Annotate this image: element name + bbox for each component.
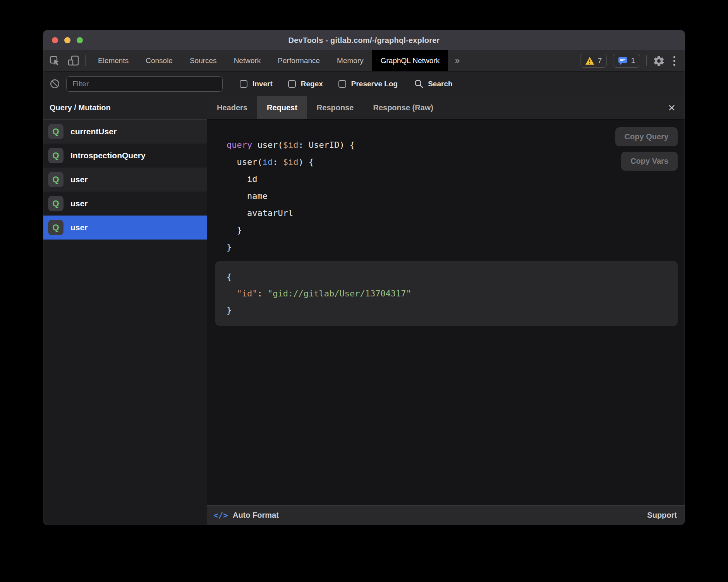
vars-line: {	[227, 269, 678, 285]
warnings-badge[interactable]: 7	[580, 54, 607, 68]
tab-performance[interactable]: Performance	[269, 50, 328, 71]
main-split: Query / Mutation QcurrentUserQIntrospect…	[43, 96, 685, 525]
copy-query-button[interactable]: Copy Query	[615, 127, 678, 146]
title-bar: DevTools - gitlab.com/-/graphql-explorer	[43, 30, 685, 50]
detail-tab-response-raw[interactable]: Response (Raw)	[363, 96, 443, 119]
query-list-header: Query / Mutation	[43, 96, 207, 120]
device-toolbar-icon[interactable]	[68, 55, 80, 66]
query-list-item[interactable]: QIntrospectionQuery	[43, 144, 207, 168]
tab-elements[interactable]: Elements	[89, 50, 137, 71]
query-type-badge: Q	[48, 148, 64, 163]
code-token: }	[227, 225, 242, 235]
checkbox-label-preserve-log: Preserve Log	[351, 80, 398, 88]
auto-format-button[interactable]: </> Auto Format	[213, 511, 279, 520]
code-token: user(	[257, 140, 283, 150]
inspect-element-icon[interactable]	[50, 56, 60, 66]
code-line: }	[227, 222, 678, 239]
clear-filter-icon[interactable]	[50, 79, 60, 89]
search-control[interactable]: Search	[414, 79, 452, 89]
close-window-button[interactable]	[52, 37, 58, 43]
query-list-header-label: Query / Mutation	[50, 103, 111, 112]
checkbox-box-invert[interactable]	[240, 80, 247, 88]
code-token: id	[227, 174, 257, 184]
filter-bar: InvertRegexPreserve Log Search	[43, 71, 685, 96]
query-list-item[interactable]: Quser	[43, 168, 207, 192]
checkbox-regex[interactable]: Regex	[288, 80, 323, 88]
code-token: id	[263, 157, 273, 167]
tab-network[interactable]: Network	[225, 50, 270, 71]
warning-icon	[585, 56, 594, 65]
code-token: "gid://gitlab/User/13704317"	[268, 289, 411, 298]
warnings-count: 7	[598, 56, 602, 65]
search-label: Search	[428, 80, 452, 88]
issues-badge[interactable]: 1	[613, 54, 640, 68]
query-name: IntrospectionQuery	[70, 151, 146, 160]
query-type-badge: Q	[48, 172, 64, 187]
code-token: :	[273, 157, 283, 167]
tabbar-right-controls: 7 1	[580, 50, 685, 71]
code-token: $id	[283, 140, 299, 150]
code-line: id	[227, 171, 678, 188]
vars-line: "id": "gid://gitlab/User/13704317"	[227, 285, 678, 302]
code-token: user(	[227, 157, 263, 167]
request-detail-panel: HeadersRequestResponseResponse (Raw) × q…	[207, 96, 685, 525]
query-name: currentUser	[70, 127, 117, 136]
code-brackets-icon: </>	[213, 511, 228, 520]
code-token: }	[227, 305, 232, 315]
issues-chat-icon	[618, 56, 627, 65]
code-token: $id	[283, 157, 299, 167]
query-list-item[interactable]: Quser	[43, 216, 207, 240]
more-tabs-button[interactable]: »	[448, 50, 467, 71]
toolbar-divider	[85, 55, 86, 66]
code-line: name	[227, 188, 678, 205]
close-detail-icon[interactable]: ×	[668, 101, 685, 114]
badge-divider	[646, 55, 647, 66]
settings-gear-icon[interactable]	[653, 55, 665, 67]
copy-vars-button[interactable]: Copy Vars	[621, 152, 678, 171]
code-token: name	[227, 191, 268, 201]
detail-footer: </> Auto Format Support	[207, 505, 685, 525]
query-list-empty-area	[43, 240, 207, 525]
detail-tab-response[interactable]: Response	[307, 96, 364, 119]
tab-memory[interactable]: Memory	[328, 50, 372, 71]
support-link[interactable]: Support	[647, 511, 677, 520]
code-line: }	[227, 239, 678, 256]
devtools-tab-bar: ElementsConsoleSourcesNetworkPerformance…	[43, 50, 685, 71]
toolbar-icons	[43, 50, 85, 71]
issues-count: 1	[631, 56, 635, 65]
checkbox-preserve-log[interactable]: Preserve Log	[338, 80, 398, 88]
query-list-item[interactable]: QcurrentUser	[43, 120, 207, 144]
code-token	[227, 289, 237, 298]
checkbox-invert[interactable]: Invert	[240, 80, 273, 88]
tab-console[interactable]: Console	[137, 50, 181, 71]
code-token: : UserID) {	[298, 140, 355, 150]
traffic-lights	[52, 30, 83, 50]
detail-tab-request[interactable]: Request	[257, 96, 307, 119]
code-token: "id"	[237, 289, 258, 298]
code-token: {	[227, 272, 232, 282]
tab-sources[interactable]: Sources	[181, 50, 225, 71]
tab-graphql-network[interactable]: GraphQL Network	[372, 50, 448, 71]
search-icon	[414, 79, 424, 89]
code-line: user(id: $id) {	[227, 154, 678, 171]
detail-tab-bar: HeadersRequestResponseResponse (Raw) ×	[207, 96, 685, 120]
detail-tab-headers[interactable]: Headers	[207, 96, 257, 119]
query-list-panel: Query / Mutation QcurrentUserQIntrospect…	[43, 96, 207, 525]
more-options-kebab-icon[interactable]	[671, 55, 678, 67]
panel-tabs: ElementsConsoleSourcesNetworkPerformance…	[89, 50, 448, 71]
request-body: query user($id: UserID) { user(id: $id) …	[207, 120, 685, 505]
query-list-item[interactable]: Quser	[43, 192, 207, 216]
minimize-window-button[interactable]	[64, 37, 70, 43]
filter-checkboxes: InvertRegexPreserve Log	[240, 80, 398, 88]
query-variables-box: { "id": "gid://gitlab/User/13704317"}	[215, 261, 678, 326]
code-token: :	[257, 289, 268, 298]
filter-input[interactable]	[66, 76, 223, 92]
checkbox-box-regex[interactable]	[288, 80, 296, 88]
zoom-window-button[interactable]	[77, 37, 83, 43]
auto-format-label: Auto Format	[233, 511, 279, 520]
query-type-badge: Q	[48, 124, 64, 139]
graphql-query-code: query user($id: UserID) { user(id: $id) …	[227, 137, 678, 256]
code-line: query user($id: UserID) {	[227, 137, 678, 154]
checkbox-box-preserve-log[interactable]	[338, 80, 346, 88]
query-name: user	[70, 223, 88, 232]
